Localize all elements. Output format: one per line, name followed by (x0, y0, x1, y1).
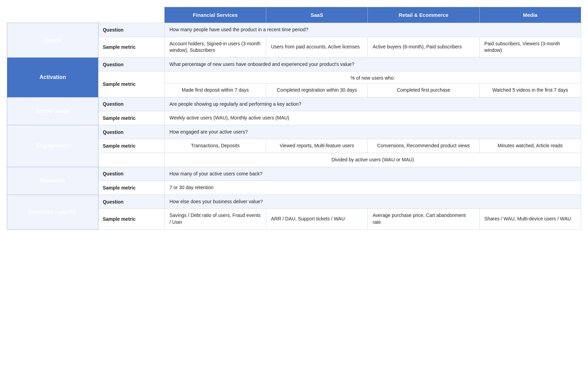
category-activation: Activation (7, 57, 98, 97)
category-active-usage: Active usage (7, 97, 98, 125)
business-metric-fs: Savings / Debt ratio of users, Fraud eve… (164, 209, 266, 229)
retention-metric-label: Sample metric (98, 181, 164, 195)
reach-question-row: Reach Question How many people have used… (7, 23, 581, 37)
category-business: Business -specific (7, 195, 98, 229)
active-usage-question-label: Question (98, 97, 164, 111)
category-retention: Retention (7, 167, 98, 195)
business-metric-retail: Average purchase price, Cart abandonment… (368, 209, 480, 229)
main-container: Financial Services SaaS Retail & Ecommer… (0, 0, 588, 368)
engagement-metric-media: Minutes watched, Article reads (479, 139, 581, 153)
activation-metric-saas: Completed registration within 30 days (266, 83, 368, 97)
reach-metric-saas: Users from paid accounts, Active license… (266, 37, 368, 57)
reach-metric-retail: Active buyers (6-month), Paid subscriber… (368, 37, 480, 57)
retention-question-label: Question (98, 167, 164, 181)
activation-question-text: What percentage of new users have onboar… (164, 57, 581, 71)
active-usage-metric-label: Sample metric (98, 111, 164, 125)
reach-metric-media: Paid subscribers, Viewers (3-month windo… (479, 37, 581, 57)
retention-question-text: How many of your active users come back? (164, 167, 581, 181)
retention-question-row: Retention Question How many of your acti… (7, 167, 581, 181)
reach-question-label: Question (98, 23, 164, 37)
reach-metric-fs: Account holders, Signed-in users (3-mont… (164, 37, 266, 57)
header-saas: SaaS (266, 7, 368, 23)
activation-metric-fs: Made first deposit within 7 days (164, 83, 266, 97)
reach-metric-label: Sample metric (98, 37, 164, 57)
engagement-metric-label: Sample metric (98, 139, 164, 153)
header-media: Media (479, 7, 581, 23)
active-usage-question-text: Are people showing up regularly and perf… (164, 97, 581, 111)
business-metric-media: Shares / WAU, Multi-device users / WAU (479, 209, 581, 229)
header-empty-category (7, 7, 98, 23)
engagement-question-row: Engagement Question How engaged are your… (7, 125, 581, 139)
activation-metric-media: Watched 5 videos in the first 7 days (479, 83, 581, 97)
header-retail: Retail & Ecommerce (368, 7, 480, 23)
category-engagement: Engagement (7, 125, 98, 167)
business-question-row: Business -specific Question How else doe… (7, 195, 581, 209)
business-metric-saas: ARR / DAU, Support tickets / WAU (266, 209, 368, 229)
engagement-question-text: How engaged are your active users? (164, 125, 581, 139)
header-empty-label (98, 7, 164, 23)
business-metric-label: Sample metric (98, 209, 164, 229)
header-financial-services: Financial Services (164, 7, 266, 23)
engagement-metric-fs: Transactions, Deposits (164, 139, 266, 153)
engagement-metric-retail: Conversions, Recommended product views (368, 139, 480, 153)
reach-question-text: How many people have used the product in… (164, 23, 581, 37)
engagement-footnote: Divided by active users (WAU or MAU) (164, 153, 581, 167)
engagement-question-label: Question (98, 125, 164, 139)
engagement-footnote-label-empty (98, 153, 164, 167)
retention-metric-text: 7 or 30 day retention (164, 181, 581, 195)
activation-question-row: Activation Question What percentage of n… (7, 57, 581, 71)
activation-question-label: Question (98, 57, 164, 71)
activation-subheader: % of new users who: (164, 71, 581, 83)
active-usage-metric-text: Weekly active users (WAU), Monthly activ… (164, 111, 581, 125)
engagement-metric-saas: Viewed reports, Multi-feature users (266, 139, 368, 153)
activation-metric-label: Sample metric (98, 71, 164, 97)
active-usage-question-row: Active usage Question Are people showing… (7, 97, 581, 111)
activation-metric-retail: Completed first purchase (368, 83, 480, 97)
business-question-label: Question (98, 195, 164, 209)
category-reach: Reach (7, 23, 98, 58)
business-question-text: How else does your business deliver valu… (164, 195, 581, 209)
